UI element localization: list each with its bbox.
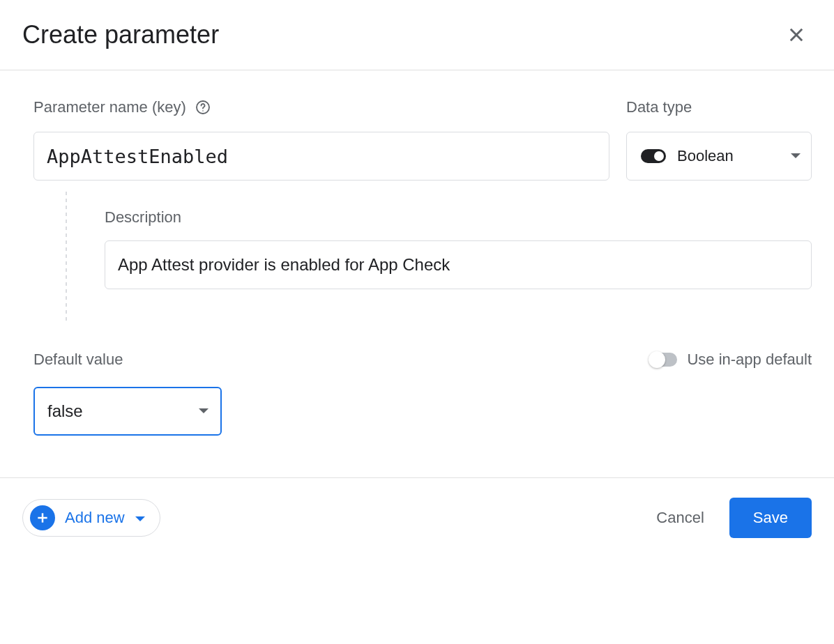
datatype-label-row: Data type (626, 98, 812, 116)
close-icon (787, 25, 806, 45)
svg-point-3 (202, 110, 204, 112)
dialog-title: Create parameter (22, 20, 219, 49)
datatype-label: Data type (626, 98, 692, 116)
description-input[interactable] (105, 240, 812, 289)
description-label: Description (105, 208, 812, 227)
inapp-default-label: Use in-app default (687, 351, 812, 369)
dialog-content: Parameter name (key) Data type (0, 70, 834, 477)
dialog-header: Create parameter (0, 0, 834, 70)
top-fields-row: Parameter name (key) Data type (33, 98, 812, 181)
save-button[interactable]: Save (729, 498, 812, 538)
default-value-text: false (47, 401, 83, 421)
help-icon[interactable] (195, 99, 211, 116)
description-section: Description (33, 192, 812, 324)
param-name-group: Parameter name (key) (33, 98, 609, 181)
cancel-button[interactable]: Cancel (656, 509, 704, 527)
default-value-row: Default value Use in-app default (33, 351, 812, 369)
param-name-input[interactable] (33, 132, 609, 181)
default-value-label: Default value (33, 351, 123, 369)
datatype-select[interactable]: Boolean (626, 132, 812, 181)
datatype-select-left: Boolean (641, 147, 734, 165)
close-button[interactable] (781, 20, 812, 50)
add-new-button[interactable]: Add new (22, 499, 160, 537)
param-name-label: Parameter name (key) (33, 98, 186, 116)
footer-actions: Cancel Save (656, 498, 812, 538)
chevron-down-icon (790, 150, 801, 162)
create-parameter-dialog: Create parameter Parameter name (key) (0, 0, 834, 558)
default-value-select[interactable]: false (33, 387, 222, 436)
inapp-default-switch[interactable] (649, 353, 677, 367)
datatype-group: Data type Boolean (626, 98, 812, 181)
plus-icon (30, 505, 55, 530)
dialog-footer: Add new Cancel Save (0, 478, 834, 558)
inapp-default-toggle-group: Use in-app default (649, 351, 812, 369)
tree-connector (66, 192, 67, 324)
datatype-select-text: Boolean (677, 147, 734, 165)
default-value-section: Default value Use in-app default false (33, 351, 812, 436)
chevron-down-icon (135, 509, 146, 527)
description-fields: Description (105, 192, 812, 324)
chevron-down-icon (198, 405, 209, 417)
param-name-label-row: Parameter name (key) (33, 98, 609, 116)
boolean-toggle-icon (641, 149, 666, 163)
add-new-label: Add new (65, 509, 125, 527)
